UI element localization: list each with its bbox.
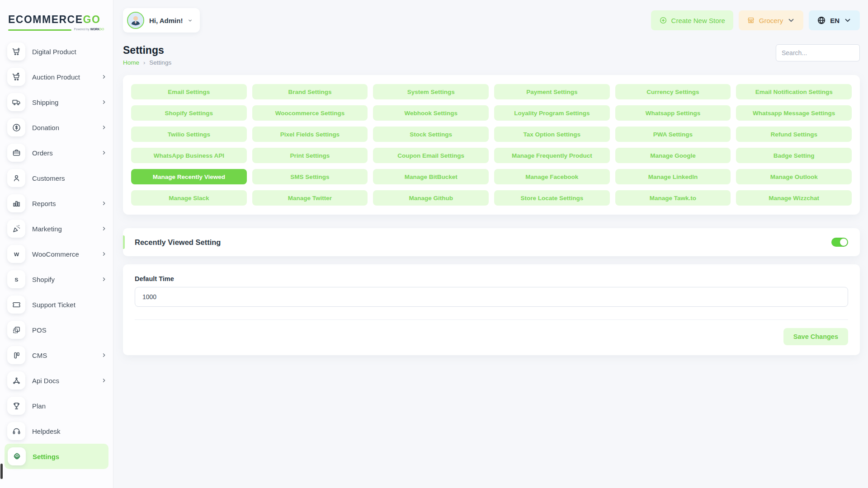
sidebar-item-api-docs[interactable]: Api Docs (0, 368, 113, 393)
tab-store-locate-settings[interactable]: Store Locate Settings (494, 190, 610, 206)
icon-tile (7, 220, 25, 238)
tab-email-settings[interactable]: Email Settings (131, 84, 247, 99)
panel-title: Recently Viewed Setting (135, 238, 221, 247)
tab-manage-twitter[interactable]: Manage Twitter (252, 190, 368, 206)
tab-manage-wizzchat[interactable]: Manage Wizzchat (736, 190, 852, 206)
tab-manage-recently-viewed[interactable]: Manage Recently Viewed (131, 169, 247, 184)
tab-manage-slack[interactable]: Manage Slack (131, 190, 247, 206)
recently-viewed-toggle[interactable] (831, 238, 848, 247)
sidebar: ECOMMERCEGO Powered by WORKDO Digital Pr… (0, 0, 113, 488)
tab-woocommerce-settings[interactable]: Woocommerce Settings (252, 105, 368, 121)
sidebar-item-label: Reports (32, 200, 101, 207)
sidebar-scrollbar-thumb[interactable] (0, 464, 3, 479)
sidebar-item-label: Settings (33, 453, 106, 460)
store-selector-label: Grocery (759, 17, 783, 24)
tab-print-settings[interactable]: Print Settings (252, 148, 368, 163)
tab-manage-facebook[interactable]: Manage Facebook (494, 169, 610, 184)
tab-pwa-settings[interactable]: PWA Settings (615, 127, 731, 142)
chevron-right-icon (101, 201, 107, 206)
tab-email-notification-settings[interactable]: Email Notification Settings (736, 84, 852, 99)
icon-tile (7, 144, 25, 162)
create-new-store-button[interactable]: Create New Store (651, 10, 733, 30)
tab-badge-setting[interactable]: Badge Setting (736, 148, 852, 163)
icon-tile (7, 397, 25, 415)
breadcrumb-home[interactable]: Home (123, 59, 139, 66)
icon-tile (7, 321, 25, 339)
sidebar-item-label: Marketing (32, 225, 101, 233)
tab-manage-linkedin[interactable]: Manage LinkedIn (615, 169, 731, 184)
sidebar-item-customers[interactable]: Customers (0, 165, 113, 191)
tab-loyality-program-settings[interactable]: Loyality Program Settings (494, 105, 610, 121)
tab-shopify-settings[interactable]: Shopify Settings (131, 105, 247, 121)
toggle-knob (840, 239, 847, 246)
default-time-input[interactable] (135, 287, 848, 307)
settings-tabs-card: Email SettingsBrand SettingsSystem Setti… (123, 75, 860, 215)
tab-currency-settings[interactable]: Currency Settings (615, 84, 731, 99)
sidebar-item-marketing[interactable]: Marketing (0, 216, 113, 241)
store-selector-button[interactable]: Grocery (739, 10, 803, 30)
ticket-icon (12, 300, 21, 310)
sidebar-item-label: Shipping (32, 99, 101, 106)
tab-sms-settings[interactable]: SMS Settings (252, 169, 368, 184)
sidebar-item-label: Shopify (32, 276, 101, 283)
chevron-right-icon (101, 150, 107, 155)
tab-manage-github[interactable]: Manage Github (373, 190, 489, 206)
logo-text: ECOMMERCEGO (8, 14, 104, 26)
sidebar-item-label: Helpdesk (32, 427, 107, 435)
tab-manage-google[interactable]: Manage Google (615, 148, 731, 163)
save-changes-button[interactable]: Save Changes (783, 328, 848, 345)
sidebar-item-plan[interactable]: Plan (0, 393, 113, 418)
chevron-right-icon (101, 226, 107, 231)
tab-manage-tawk-to[interactable]: Manage Tawk.to (615, 190, 731, 206)
icon-tile (7, 42, 25, 61)
tab-payment-settings[interactable]: Payment Settings (494, 84, 610, 99)
tab-pixel-fields-settings[interactable]: Pixel Fields Settings (252, 127, 368, 142)
sidebar-item-donation[interactable]: Donation (0, 115, 113, 140)
tab-stock-settings[interactable]: Stock Settings (373, 127, 489, 142)
letter-w-icon: W (12, 249, 21, 259)
powered-by-label: Powered by WORKDO (74, 28, 104, 31)
sidebar-item-shipping[interactable]: Shipping (0, 89, 113, 115)
language-selector-button[interactable]: EN (809, 10, 860, 30)
tab-brand-settings[interactable]: Brand Settings (252, 84, 368, 99)
tab-system-settings[interactable]: System Settings (373, 84, 489, 99)
sidebar-item-woocommerce[interactable]: WWooCommerce (0, 241, 113, 267)
tab-manage-outlook[interactable]: Manage Outlook (736, 169, 852, 184)
sidebar-item-helpdesk[interactable]: Helpdesk (0, 418, 113, 444)
tab-coupon-email-settings[interactable]: Coupon Email Settings (373, 148, 489, 163)
sidebar-item-cms[interactable]: CMS (0, 343, 113, 368)
sidebar-item-auction-product[interactable]: Auction Product (0, 64, 113, 89)
tab-manage-bitbucket[interactable]: Manage BitBucket (373, 169, 489, 184)
tab-whatsapp-business-api[interactable]: WhatsApp Business API (131, 148, 247, 163)
sidebar-item-reports[interactable]: Reports (0, 191, 113, 216)
bar-chart-icon (12, 199, 21, 208)
tab-refund-settings[interactable]: Refund Settings (736, 127, 852, 142)
user-menu[interactable]: Hi, Admin! (123, 8, 200, 33)
sidebar-item-shopify[interactable]: SShopify (0, 267, 113, 292)
icon-tile (7, 296, 25, 314)
icon-tile (7, 93, 25, 111)
sidebar-item-orders[interactable]: Orders (0, 140, 113, 165)
sidebar-item-label: Plan (32, 402, 107, 410)
tab-twilio-settings[interactable]: Twilio Settings (131, 127, 247, 142)
default-time-label: Default Time (135, 275, 848, 282)
tab-webhook-settings[interactable]: Webhook Settings (373, 105, 489, 121)
sidebar-item-pos[interactable]: POS (0, 317, 113, 343)
tab-whatsapp-message-settings[interactable]: Whatsapp Message Settings (736, 105, 852, 121)
app-logo[interactable]: ECOMMERCEGO Powered by WORKDO (0, 0, 113, 35)
tab-manage-frequently-product[interactable]: Manage Frequently Product (494, 148, 610, 163)
search-input[interactable] (776, 44, 860, 61)
megaphone-icon (12, 224, 21, 234)
tab-tax-option-settings[interactable]: Tax Option Settings (494, 127, 610, 142)
chevron-down-icon (844, 16, 852, 24)
chevron-down-icon (188, 18, 193, 23)
chevron-right-icon (101, 352, 107, 358)
tab-whatsapp-settings[interactable]: Whatsapp Settings (615, 105, 731, 121)
user-icon (12, 174, 21, 183)
sidebar-item-settings[interactable]: Settings (5, 444, 108, 469)
logo-underline (8, 29, 71, 31)
sidebar-item-digital-product[interactable]: Digital Product (0, 39, 113, 64)
auction-cart-icon (12, 72, 21, 82)
letter-s-icon: S (12, 275, 21, 284)
sidebar-item-support-ticket[interactable]: Support Ticket (0, 292, 113, 317)
